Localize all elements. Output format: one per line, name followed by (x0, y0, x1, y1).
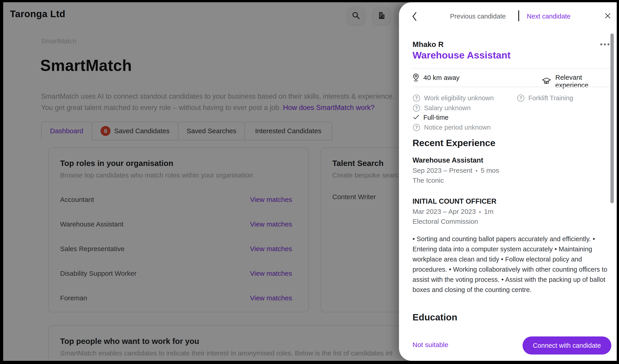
tab-label: Interested Candidates (255, 127, 322, 135)
page-title: SmartMatch (40, 56, 132, 75)
role-row: Foreman View matches (60, 286, 297, 310)
back-button[interactable] (411, 11, 418, 22)
page-description: SmartMatch uses AI to connect standout c… (41, 91, 394, 113)
close-icon[interactable] (604, 12, 611, 19)
job-duration: 5 mos (481, 167, 499, 174)
not-suitable-link[interactable]: Not suitable (412, 341, 448, 349)
job-dates: Sep 2023 – Present•5 mos (412, 167, 499, 174)
education-heading: Education (412, 312, 457, 323)
breadcrumb[interactable]: SmartMatch (41, 38, 76, 45)
how-it-works-link[interactable]: How does SmartMatch work? (283, 104, 375, 111)
attribute-label: Work eligibility unknown (424, 94, 494, 102)
more-options-icon[interactable] (600, 43, 609, 45)
tab-label: Saved Candidates (114, 127, 169, 135)
view-matches-link[interactable]: View matches (250, 220, 292, 228)
job-dates: Mar 2023 – Apr 2023•1m (412, 208, 493, 216)
job-title: Warehouse Assistant (412, 156, 483, 164)
role-row: Disability Support Worker View matches (60, 261, 297, 286)
attribute-work-type: Full-time (413, 114, 449, 121)
candidate-role[interactable]: Warehouse Assistant (412, 50, 511, 61)
role-name: Warehouse Assistant (60, 220, 124, 228)
attribute-salary: Salary unknown (413, 104, 471, 112)
panel-scrollbar[interactable] (610, 33, 614, 203)
role-row: Accountant View matches (60, 187, 297, 212)
tab-label: Dashboard (50, 127, 83, 135)
view-matches-link[interactable]: View matches (250, 294, 292, 302)
buildings-icon (377, 11, 386, 21)
divider (412, 87, 613, 87)
tab-saved-searches[interactable]: Saved Searches (178, 121, 245, 140)
role-row: Sales Representative View matches (60, 236, 297, 261)
chevron-left-icon (411, 18, 418, 22)
job-duration: 1m (484, 208, 494, 215)
saved-candidates-badge: 8 (100, 126, 111, 136)
job-date-range: Mar 2023 – Apr 2023 (412, 208, 476, 215)
divider (412, 68, 613, 69)
view-matches-link[interactable]: View matches (250, 245, 292, 253)
tab-label: Saved Searches (187, 127, 236, 135)
question-icon (413, 105, 420, 111)
attribute-forklift-training: Forklift Training (517, 94, 573, 102)
attribute-label: Full-time (423, 114, 449, 121)
view-matches-link[interactable]: View matches (250, 270, 292, 277)
job-company: The Iconic (412, 176, 444, 184)
tab-dashboard[interactable]: Dashboard (41, 121, 92, 140)
top-roles-subtitle: Browse top candidates who match roles wi… (60, 171, 297, 179)
question-icon (517, 94, 524, 102)
view-matches-link[interactable]: View matches (250, 196, 292, 203)
previous-candidate-link[interactable]: Previous candidate (450, 13, 506, 20)
next-candidate-link[interactable]: Next candidate (527, 13, 570, 20)
job-date-range: Sep 2023 – Present (412, 167, 472, 174)
role-row: Warehouse Assistant View matches (60, 212, 297, 236)
attribute-label: Forklift Training (528, 94, 573, 102)
location-pin-icon (412, 73, 419, 82)
description-line-1: SmartMatch uses AI to connect standout c… (41, 92, 394, 100)
attribute-label: Notice period unknown (424, 124, 491, 131)
company-name: Taronga Ltd (10, 9, 65, 19)
tab-saved-candidates[interactable]: 8 Saved Candidates (92, 121, 179, 140)
distance-label: 40 km away (423, 74, 460, 81)
role-list: Accountant View matches Warehouse Assist… (60, 187, 297, 310)
search-button[interactable] (347, 7, 365, 25)
role-name: Disability Support Worker (60, 270, 137, 277)
role-name: Accountant (60, 196, 94, 203)
candidate-panel: Previous candidate Next candidate Mhako … (399, 2, 617, 361)
question-icon (413, 124, 420, 131)
nav-divider (518, 10, 519, 21)
connect-with-candidate-button[interactable]: Connect with candidate (522, 337, 611, 354)
bullet-separator: • (476, 168, 477, 174)
bullet-separator: • (479, 209, 481, 215)
check-icon (413, 114, 419, 121)
companies-button[interactable] (373, 7, 390, 25)
distance-meta: 40 km away (412, 73, 460, 82)
attribute-label: Salary unknown (424, 104, 471, 112)
search-icon (352, 11, 361, 21)
tab-interested-candidates[interactable]: Interested Candidates (244, 121, 332, 140)
app-window: Taronga Ltd SmartMatch SmartMatch SmartM… (0, 0, 619, 364)
description-line-2: You get great talent matched to every ro… (41, 104, 281, 111)
attribute-work-eligibility: Work eligibility unknown (413, 94, 494, 102)
top-roles-card: Top roles in your organisation Browse to… (48, 148, 309, 312)
job-company: Electoral Commission (412, 218, 478, 225)
question-icon (413, 94, 420, 102)
role-name: Foreman (60, 294, 87, 302)
attribute-notice-period: Notice period unknown (413, 124, 491, 131)
candidate-name: Mhako R (412, 40, 444, 49)
role-name: Sales Representative (60, 245, 125, 253)
graduation-cap-icon (542, 77, 551, 85)
job-description: • Sorting and counting ballot papers acc… (412, 234, 615, 295)
top-roles-title: Top roles in your organisation (60, 159, 297, 168)
job-title: INITIAL COUNT OFFICER (412, 197, 496, 205)
recent-experience-heading: Recent Experience (412, 138, 495, 148)
